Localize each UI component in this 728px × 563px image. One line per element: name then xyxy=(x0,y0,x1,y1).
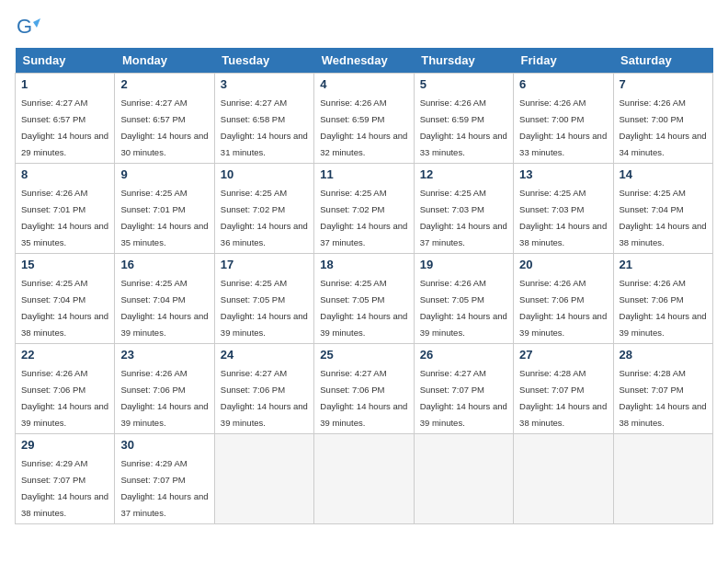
day-cell-9: 9 Sunrise: 4:25 AMSunset: 7:01 PMDayligh… xyxy=(115,164,214,254)
day-number: 24 xyxy=(221,348,308,362)
day-info: Sunrise: 4:26 AMSunset: 6:59 PMDaylight:… xyxy=(320,98,407,157)
day-number: 8 xyxy=(21,167,108,181)
day-info: Sunrise: 4:27 AMSunset: 7:07 PMDaylight:… xyxy=(420,368,507,428)
day-info: Sunrise: 4:27 AMSunset: 7:06 PMDaylight:… xyxy=(221,368,308,428)
day-info: Sunrise: 4:26 AMSunset: 7:06 PMDaylight:… xyxy=(120,368,208,428)
day-info: Sunrise: 4:25 AMSunset: 7:04 PMDaylight:… xyxy=(21,278,108,338)
day-number: 15 xyxy=(21,258,108,271)
day-info: Sunrise: 4:29 AMSunset: 7:07 PMDaylight:… xyxy=(21,458,108,518)
day-info: Sunrise: 4:25 AMSunset: 7:04 PMDaylight:… xyxy=(120,278,208,338)
day-cell-28: 28 Sunrise: 4:28 AMSunset: 7:07 PMDaylig… xyxy=(613,344,712,434)
day-cell-10: 10 Sunrise: 4:25 AMSunset: 7:02 PMDaylig… xyxy=(214,164,313,254)
day-info: Sunrise: 4:26 AMSunset: 6:59 PMDaylight:… xyxy=(420,98,507,157)
day-info: Sunrise: 4:25 AMSunset: 7:04 PMDaylight:… xyxy=(620,188,707,247)
day-info: Sunrise: 4:26 AMSunset: 7:06 PMDaylight:… xyxy=(620,278,707,338)
day-cell-23: 23 Sunrise: 4:26 AMSunset: 7:06 PMDaylig… xyxy=(115,344,214,434)
day-cell-21: 21 Sunrise: 4:26 AMSunset: 7:06 PMDaylig… xyxy=(613,254,712,344)
day-cell-5: 5 Sunrise: 4:26 AMSunset: 6:59 PMDayligh… xyxy=(414,74,513,164)
day-number: 26 xyxy=(420,348,507,362)
day-number: 13 xyxy=(519,167,607,181)
day-info: Sunrise: 4:27 AMSunset: 6:57 PMDaylight:… xyxy=(21,98,108,157)
day-number: 25 xyxy=(320,348,407,362)
day-info: Sunrise: 4:25 AMSunset: 7:05 PMDaylight:… xyxy=(221,278,308,338)
day-number: 3 xyxy=(221,77,308,91)
logo-icon: G xyxy=(15,15,40,40)
day-info: Sunrise: 4:28 AMSunset: 7:07 PMDaylight:… xyxy=(519,368,607,428)
day-cell-14: 14 Sunrise: 4:25 AMSunset: 7:04 PMDaylig… xyxy=(613,164,712,254)
day-cell-24: 24 Sunrise: 4:27 AMSunset: 7:06 PMDaylig… xyxy=(214,344,313,434)
day-cell-30: 30 Sunrise: 4:29 AMSunset: 7:07 PMDaylig… xyxy=(115,434,214,524)
day-info: Sunrise: 4:26 AMSunset: 7:01 PMDaylight:… xyxy=(21,188,108,247)
svg-marker-1 xyxy=(33,18,40,28)
day-info: Sunrise: 4:29 AMSunset: 7:07 PMDaylight:… xyxy=(120,458,208,518)
empty-cell xyxy=(414,434,513,524)
day-info: Sunrise: 4:25 AMSunset: 7:02 PMDaylight:… xyxy=(221,188,308,247)
header-monday: Monday xyxy=(115,48,214,74)
day-number: 4 xyxy=(320,77,407,91)
day-info: Sunrise: 4:25 AMSunset: 7:03 PMDaylight:… xyxy=(519,188,607,247)
empty-cell xyxy=(514,434,613,524)
calendar-table: Sunday Monday Tuesday Wednesday Thursday… xyxy=(15,48,713,524)
logo: G xyxy=(15,15,42,40)
day-number: 16 xyxy=(120,258,208,271)
empty-cell xyxy=(314,434,414,524)
empty-cell xyxy=(214,434,313,524)
day-cell-25: 25 Sunrise: 4:27 AMSunset: 7:06 PMDaylig… xyxy=(314,344,414,434)
day-info: Sunrise: 4:26 AMSunset: 7:00 PMDaylight:… xyxy=(519,98,607,157)
day-number: 12 xyxy=(420,167,507,181)
day-info: Sunrise: 4:25 AMSunset: 7:05 PMDaylight:… xyxy=(320,278,407,338)
day-cell-2: 2 Sunrise: 4:27 AMSunset: 6:57 PMDayligh… xyxy=(115,74,214,164)
day-info: Sunrise: 4:26 AMSunset: 7:06 PMDaylight:… xyxy=(21,368,108,428)
calendar-week-3: 15 Sunrise: 4:25 AMSunset: 7:04 PMDaylig… xyxy=(16,254,713,344)
calendar-week-4: 22 Sunrise: 4:26 AMSunset: 7:06 PMDaylig… xyxy=(16,344,713,434)
day-cell-19: 19 Sunrise: 4:26 AMSunset: 7:05 PMDaylig… xyxy=(414,254,513,344)
empty-cell xyxy=(613,434,712,524)
day-info: Sunrise: 4:26 AMSunset: 7:05 PMDaylight:… xyxy=(420,278,507,338)
day-number: 22 xyxy=(21,348,108,362)
header-sunday: Sunday xyxy=(16,48,115,74)
day-number: 20 xyxy=(519,258,607,271)
calendar-week-2: 8 Sunrise: 4:26 AMSunset: 7:01 PMDayligh… xyxy=(16,164,713,254)
day-number: 29 xyxy=(21,438,108,452)
calendar-week-1: 1 Sunrise: 4:27 AMSunset: 6:57 PMDayligh… xyxy=(16,74,713,164)
day-info: Sunrise: 4:28 AMSunset: 7:07 PMDaylight:… xyxy=(620,368,707,428)
day-cell-18: 18 Sunrise: 4:25 AMSunset: 7:05 PMDaylig… xyxy=(314,254,414,344)
day-number: 11 xyxy=(320,167,407,181)
day-number: 5 xyxy=(420,77,507,91)
day-cell-17: 17 Sunrise: 4:25 AMSunset: 7:05 PMDaylig… xyxy=(214,254,313,344)
day-number: 27 xyxy=(519,348,607,362)
day-cell-1: 1 Sunrise: 4:27 AMSunset: 6:57 PMDayligh… xyxy=(16,74,115,164)
day-number: 19 xyxy=(420,258,507,271)
day-info: Sunrise: 4:25 AMSunset: 7:03 PMDaylight:… xyxy=(420,188,507,247)
day-cell-13: 13 Sunrise: 4:25 AMSunset: 7:03 PMDaylig… xyxy=(514,164,613,254)
day-cell-4: 4 Sunrise: 4:26 AMSunset: 6:59 PMDayligh… xyxy=(314,74,414,164)
day-cell-26: 26 Sunrise: 4:27 AMSunset: 7:07 PMDaylig… xyxy=(414,344,513,434)
day-number: 23 xyxy=(120,348,208,362)
day-cell-3: 3 Sunrise: 4:27 AMSunset: 6:58 PMDayligh… xyxy=(214,74,313,164)
day-cell-27: 27 Sunrise: 4:28 AMSunset: 7:07 PMDaylig… xyxy=(514,344,613,434)
day-number: 28 xyxy=(620,348,707,362)
header-saturday: Saturday xyxy=(613,48,712,74)
day-info: Sunrise: 4:27 AMSunset: 7:06 PMDaylight:… xyxy=(320,368,407,428)
day-info: Sunrise: 4:27 AMSunset: 6:58 PMDaylight:… xyxy=(221,98,308,157)
weekday-header-row: Sunday Monday Tuesday Wednesday Thursday… xyxy=(16,48,713,74)
day-cell-8: 8 Sunrise: 4:26 AMSunset: 7:01 PMDayligh… xyxy=(16,164,115,254)
svg-text:G: G xyxy=(17,15,32,38)
day-number: 18 xyxy=(320,258,407,271)
day-number: 17 xyxy=(221,258,308,271)
day-info: Sunrise: 4:27 AMSunset: 6:57 PMDaylight:… xyxy=(120,98,208,157)
day-number: 2 xyxy=(120,77,208,91)
header-wednesday: Wednesday xyxy=(314,48,414,74)
day-number: 10 xyxy=(221,167,308,181)
day-cell-16: 16 Sunrise: 4:25 AMSunset: 7:04 PMDaylig… xyxy=(115,254,214,344)
day-info: Sunrise: 4:26 AMSunset: 7:06 PMDaylight:… xyxy=(519,278,607,338)
header-tuesday: Tuesday xyxy=(214,48,313,74)
day-cell-7: 7 Sunrise: 4:26 AMSunset: 7:00 PMDayligh… xyxy=(613,74,712,164)
day-number: 14 xyxy=(620,167,707,181)
day-number: 7 xyxy=(620,77,707,91)
day-cell-29: 29 Sunrise: 4:29 AMSunset: 7:07 PMDaylig… xyxy=(16,434,115,524)
header-thursday: Thursday xyxy=(414,48,513,74)
day-number: 1 xyxy=(21,77,108,91)
header-friday: Friday xyxy=(514,48,613,74)
day-info: Sunrise: 4:25 AMSunset: 7:01 PMDaylight:… xyxy=(120,188,208,247)
